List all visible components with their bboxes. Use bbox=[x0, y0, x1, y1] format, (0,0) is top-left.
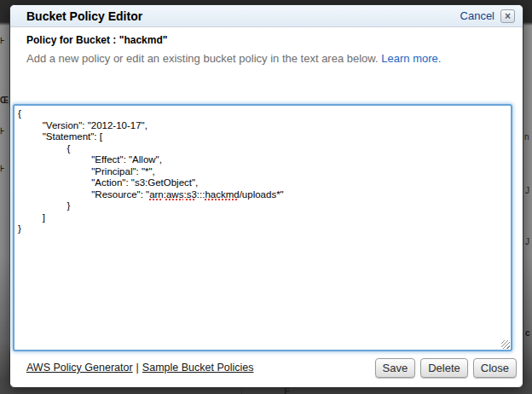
background-fragment: Œ bbox=[0, 96, 9, 105]
background-fragment: ⊦ bbox=[0, 164, 9, 173]
close-button[interactable]: Close bbox=[473, 358, 517, 378]
instruction-label: Add a new policy or edit an existing buc… bbox=[26, 52, 379, 65]
links-separator: | bbox=[136, 362, 139, 374]
bucket-policy-editor-dialog: Bucket Policy Editor Cancel × Policy for… bbox=[9, 4, 523, 388]
background-fragment: n bbox=[524, 132, 532, 142]
delete-button[interactable]: Delete bbox=[420, 358, 468, 378]
policy-text: { "Version": "2012-10-17", "Statement": … bbox=[14, 106, 511, 238]
background-fragment: ⊦ bbox=[0, 126, 9, 136]
instruction-text: Add a new policy or edit an existing buc… bbox=[26, 52, 506, 65]
save-button[interactable]: Save bbox=[375, 358, 416, 378]
dialog-footer: AWS Policy Generator|Sample Bucket Polic… bbox=[10, 351, 523, 387]
policy-for-bucket-label: Policy for Bucket : "hackmd" bbox=[26, 34, 506, 46]
background-fragment: J bbox=[525, 186, 532, 195]
dialog-title: Bucket Policy Editor bbox=[26, 9, 460, 23]
background-fragment: J bbox=[525, 237, 532, 246]
close-icon[interactable]: × bbox=[500, 9, 515, 23]
cancel-link[interactable]: Cancel bbox=[460, 9, 494, 22]
background-fragment: ⊦ bbox=[0, 36, 9, 45]
background-fragment: c bbox=[525, 328, 532, 338]
learn-more-link[interactable]: Learn more. bbox=[381, 52, 441, 65]
dialog-body: Policy for Bucket : "hackmd" Add a new p… bbox=[10, 27, 523, 351]
resize-handle-icon[interactable] bbox=[501, 340, 510, 349]
footer-links: AWS Policy Generator|Sample Bucket Polic… bbox=[26, 362, 370, 374]
sample-bucket-policies-link[interactable]: Sample Bucket Policies bbox=[142, 362, 254, 374]
policy-textarea[interactable]: { "Version": "2012-10-17", "Statement": … bbox=[13, 104, 512, 351]
aws-policy-generator-link[interactable]: AWS Policy Generator bbox=[26, 362, 133, 374]
dialog-header: Bucket Policy Editor Cancel × bbox=[10, 5, 523, 27]
